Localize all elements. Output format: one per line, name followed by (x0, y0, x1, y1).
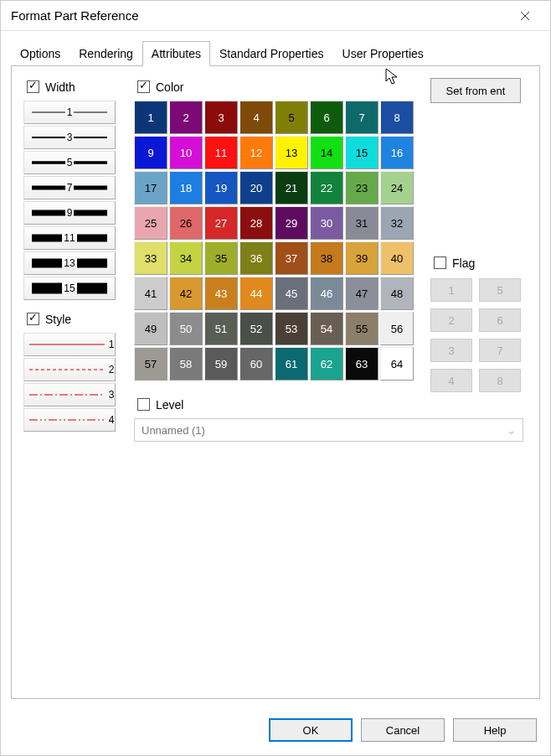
width-option-3[interactable]: 3 (23, 126, 116, 149)
width-option-9[interactable]: 9 (23, 201, 116, 225)
color-swatch-31[interactable]: 31 (345, 206, 378, 240)
color-swatch-36[interactable]: 36 (239, 241, 273, 275)
color-swatch-54[interactable]: 54 (310, 312, 343, 345)
color-swatch-3[interactable]: 3 (204, 101, 238, 134)
color-swatch-24[interactable]: 24 (380, 171, 414, 205)
style-option-1[interactable]: 1 (23, 333, 116, 356)
flag-checkbox[interactable] (434, 256, 446, 269)
color-swatch-35[interactable]: 35 (204, 241, 238, 275)
color-swatch-32[interactable]: 32 (380, 206, 414, 240)
color-swatch-25[interactable]: 25 (134, 206, 167, 240)
width-option-11[interactable]: 11 (23, 226, 116, 250)
color-swatch-4[interactable]: 4 (239, 101, 273, 134)
tab-options[interactable]: Options (11, 41, 70, 66)
color-swatch-12[interactable]: 12 (239, 136, 273, 169)
color-swatch-2[interactable]: 2 (169, 101, 203, 134)
color-swatch-30[interactable]: 30 (310, 206, 343, 240)
color-swatch-48[interactable]: 48 (380, 277, 414, 310)
dialog-title: Format Part Reference (11, 8, 507, 23)
color-swatch-6[interactable]: 6 (310, 101, 343, 134)
color-swatch-29[interactable]: 29 (275, 206, 308, 240)
color-swatch-15[interactable]: 15 (345, 136, 378, 169)
color-swatch-8[interactable]: 8 (380, 101, 414, 134)
color-swatch-52[interactable]: 52 (239, 312, 273, 345)
width-option-7[interactable]: 7 (23, 176, 116, 199)
color-swatch-16[interactable]: 16 (380, 136, 414, 169)
color-swatch-7[interactable]: 7 (345, 101, 378, 134)
color-swatch-41[interactable]: 41 (134, 277, 167, 310)
width-option-13[interactable]: 13 (23, 251, 116, 275)
level-label: Level (156, 398, 183, 412)
width-option-5[interactable]: 5 (23, 151, 116, 174)
level-value: Unnamed (1) (142, 424, 205, 437)
tab-attributes[interactable]: Attributes (142, 41, 210, 66)
color-swatch-21[interactable]: 21 (275, 171, 308, 205)
color-swatch-58[interactable]: 58 (169, 347, 203, 381)
color-swatch-26[interactable]: 26 (169, 206, 203, 240)
close-button[interactable] (507, 1, 543, 31)
color-swatch-56[interactable]: 56 (380, 312, 414, 345)
style-checkbox[interactable] (27, 313, 39, 325)
flag-option-2: 2 (430, 308, 472, 332)
color-swatch-37[interactable]: 37 (275, 241, 308, 275)
flag-option-4: 4 (430, 369, 472, 392)
color-swatch-11[interactable]: 11 (204, 136, 238, 169)
color-swatch-50[interactable]: 50 (169, 312, 203, 345)
color-swatch-22[interactable]: 22 (310, 171, 343, 205)
color-swatch-47[interactable]: 47 (345, 277, 378, 310)
color-swatch-55[interactable]: 55 (345, 312, 378, 345)
color-swatch-63[interactable]: 63 (345, 347, 378, 381)
close-icon (520, 11, 530, 21)
width-option-1[interactable]: 1 (23, 101, 116, 124)
color-swatch-28[interactable]: 28 (239, 206, 273, 240)
style-option-2[interactable]: 2 (23, 358, 116, 381)
width-option-15[interactable]: 15 (23, 277, 116, 300)
color-swatch-20[interactable]: 20 (239, 171, 273, 205)
color-swatch-49[interactable]: 49 (134, 312, 167, 345)
color-swatch-27[interactable]: 27 (204, 206, 238, 240)
tab-rendering[interactable]: Rendering (70, 41, 142, 66)
flag-option-5: 5 (479, 278, 521, 302)
color-swatch-61[interactable]: 61 (275, 347, 308, 381)
tab-standard-properties[interactable]: Standard Properties (210, 41, 333, 66)
color-swatch-5[interactable]: 5 (275, 101, 308, 134)
color-swatch-57[interactable]: 57 (134, 347, 167, 381)
set-from-ent-button[interactable]: Set from ent (430, 78, 521, 103)
width-checkbox[interactable] (27, 80, 39, 93)
color-swatch-18[interactable]: 18 (169, 171, 203, 205)
color-swatch-44[interactable]: 44 (239, 277, 273, 310)
style-option-4[interactable]: 4 (23, 408, 116, 432)
color-swatch-46[interactable]: 46 (310, 277, 343, 310)
color-swatch-38[interactable]: 38 (310, 241, 343, 275)
tab-user-properties[interactable]: User Properties (333, 41, 433, 66)
level-checkbox[interactable] (137, 398, 150, 411)
flag-option-8: 8 (479, 369, 521, 392)
color-swatch-34[interactable]: 34 (169, 241, 203, 275)
color-checkbox[interactable] (137, 80, 150, 93)
color-swatch-60[interactable]: 60 (239, 347, 273, 381)
style-label: Style (45, 313, 71, 326)
ok-button[interactable]: OK (269, 718, 353, 742)
color-swatch-33[interactable]: 33 (134, 241, 167, 275)
color-swatch-10[interactable]: 10 (169, 136, 203, 169)
color-swatch-13[interactable]: 13 (275, 136, 308, 169)
color-swatch-9[interactable]: 9 (134, 136, 167, 169)
color-swatch-53[interactable]: 53 (275, 312, 308, 345)
color-swatch-40[interactable]: 40 (380, 241, 414, 275)
style-option-3[interactable]: 3 (23, 383, 116, 406)
color-swatch-62[interactable]: 62 (310, 347, 343, 381)
cancel-button[interactable]: Cancel (361, 718, 445, 742)
color-swatch-1[interactable]: 1 (134, 101, 167, 134)
color-swatch-39[interactable]: 39 (345, 241, 378, 275)
color-swatch-42[interactable]: 42 (169, 277, 203, 310)
color-swatch-43[interactable]: 43 (204, 277, 238, 310)
color-swatch-51[interactable]: 51 (204, 312, 238, 345)
color-swatch-45[interactable]: 45 (275, 277, 308, 310)
help-button[interactable]: Help (453, 718, 537, 742)
color-swatch-19[interactable]: 19 (204, 171, 238, 205)
color-swatch-14[interactable]: 14 (310, 136, 343, 169)
color-swatch-17[interactable]: 17 (134, 171, 167, 205)
color-swatch-64[interactable]: 64 (380, 347, 414, 381)
color-swatch-59[interactable]: 59 (204, 347, 238, 381)
color-swatch-23[interactable]: 23 (345, 171, 378, 205)
